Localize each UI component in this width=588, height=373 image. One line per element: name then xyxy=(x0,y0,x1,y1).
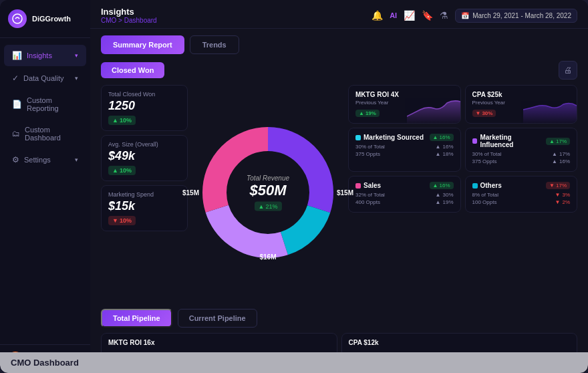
donut-chart-area: Total Revenue $50M ▲ 21% $15M $15M $16M xyxy=(194,85,341,299)
stat-avg-size: Avg. Size (Overall) $49k ▲ 10% xyxy=(101,135,188,181)
right-panels: MKTG ROI 4X Previous Year ▲ 19% xyxy=(348,85,577,299)
footer-label: CMO Dashboard xyxy=(0,352,588,373)
seg-row-0-1: 375 Oppts ▲ 18% xyxy=(355,151,454,157)
chevron-icon-3: ▾ xyxy=(75,156,78,163)
main-content: Insights CMO > Dashboard 🔔 AI 📈 🔖 ⚗ 📅 Ma… xyxy=(90,0,588,373)
stat-value-2: $15k xyxy=(108,199,180,213)
sidebar-item-custom-dashboard-label: Custom Dashboard xyxy=(25,126,78,142)
logo-area: DiGGrowth xyxy=(0,0,90,38)
bottom-tabs: Total Pipeline Current Pipeline xyxy=(101,305,577,328)
dashboard-grid: Total Closed Won 1250 ▲ 10% Avg. Size (O… xyxy=(101,85,577,299)
stat-label-1: Avg. Size (Overall) xyxy=(108,141,180,148)
sidebar-item-custom-reporting-label: Custom Reporting xyxy=(27,96,78,112)
bookmark-icon[interactable]: 🔖 xyxy=(422,10,433,21)
seg-card-marketing-influenced: Marketing Influenced ▲ 17% 30% of Total … xyxy=(465,128,578,172)
stat-badge-2: ▼ 10% xyxy=(108,216,136,225)
stat-value-0: 1250 xyxy=(108,99,180,113)
filter-icon[interactable]: ⚗ xyxy=(440,10,448,21)
seg-dot-1 xyxy=(472,138,478,144)
metric-badge-0: ▲ 19% xyxy=(355,110,380,117)
svg-point-0 xyxy=(13,14,22,23)
seg-pct-2: ▲ 16% xyxy=(430,182,454,189)
notification-icon[interactable]: 🔔 xyxy=(372,10,383,21)
metric-cpa: CPA $25k Previous Year ▼ 30% xyxy=(465,85,578,124)
right-top-metrics: MKTG ROI 4X Previous Year ▲ 19% xyxy=(348,85,577,124)
seg-pct-3: ▼ 17% xyxy=(546,182,570,189)
stat-label-2: Marketing Spend xyxy=(108,191,180,198)
page-title: Insights xyxy=(101,7,157,17)
calendar-icon: 📅 xyxy=(461,12,469,19)
seg-title-3: Others xyxy=(480,182,502,189)
seg-row-1-1: 375 Oppts ▲ 16% xyxy=(472,158,571,164)
date-range-text: March 29, 2021 - March 28, 2022 xyxy=(472,12,571,19)
logo-text: DiGGrowth xyxy=(32,15,71,23)
tab-total-pipeline[interactable]: Total Pipeline xyxy=(101,309,172,328)
tab-summary-report[interactable]: Summary Report xyxy=(101,35,184,54)
seg-label-right: $15M xyxy=(337,189,353,196)
chevron-icon: ▾ xyxy=(75,52,78,59)
breadcrumb: CMO > Dashboard xyxy=(101,17,157,24)
seg-header-0: Marketing Sourced ▲ 16% xyxy=(355,134,454,141)
sidebar-item-data-quality[interactable]: ✓ Data Quality ▾ xyxy=(4,68,86,89)
sidebar-item-custom-reporting[interactable]: 📄 Custom Reporting xyxy=(4,90,86,118)
donut-center: Total Revenue $50M ▲ 21% xyxy=(247,174,289,211)
seg-card-sales: Sales ▲ 16% 32% of Total ▲ 30% 400 Oppts… xyxy=(348,176,461,213)
preview-title-1: CPA $12k xyxy=(349,339,571,346)
seg-row-3-0: 8% of Total ▼ 3% xyxy=(472,192,571,198)
sidebar: DiGGrowth 📊 Insights ▾ ✓ Data Quality ▾ … xyxy=(0,0,90,373)
insights-icon: 📊 xyxy=(12,51,22,60)
custom-reporting-icon: 📄 xyxy=(12,100,22,109)
chart-icon[interactable]: 📈 xyxy=(404,10,415,21)
seg-pct-0: ▲ 16% xyxy=(430,134,454,141)
donut-badge: ▲ 21% xyxy=(255,201,282,211)
segment-cards: Marketing Sourced ▲ 16% 30% of Total ▲ 1… xyxy=(348,128,577,213)
tab-current-pipeline[interactable]: Current Pipeline xyxy=(178,309,257,328)
seg-row-2-1: 400 Oppts ▲ 19% xyxy=(355,199,454,205)
sidebar-item-data-quality-label: Data Quality xyxy=(23,74,64,82)
header-right: 🔔 AI 📈 🔖 ⚗ 📅 March 29, 2021 - March 28, … xyxy=(372,9,577,23)
chevron-icon-2: ▾ xyxy=(75,75,78,82)
sidebar-item-insights[interactable]: 📊 Insights ▾ xyxy=(4,45,86,66)
metric-mktg-roi: MKTG ROI 4X Previous Year ▲ 19% xyxy=(348,85,461,124)
sidebar-item-custom-dashboard[interactable]: 🗂 Custom Dashboard xyxy=(4,120,86,148)
stat-badge-0: ▲ 10% xyxy=(108,116,136,125)
date-range[interactable]: 📅 March 29, 2021 - March 28, 2022 xyxy=(455,9,577,23)
donut-container: Total Revenue $50M ▲ 21% $15M $15M $16M xyxy=(194,119,341,266)
header: Insights CMO > Dashboard 🔔 AI 📈 🔖 ⚗ 📅 Ma… xyxy=(90,0,588,29)
section-header: Closed Won 🖨 xyxy=(101,61,577,80)
seg-row-1-0: 30% of Total ▲ 17% xyxy=(472,151,571,157)
sparkline-mktg-roi xyxy=(407,96,460,123)
preview-title-0: MKTG ROI 16x xyxy=(108,339,330,346)
seg-title-0: Marketing Sourced xyxy=(363,134,424,141)
sidebar-item-settings[interactable]: ⚙ Settings ▾ xyxy=(4,149,86,170)
seg-card-marketing-sourced: Marketing Sourced ▲ 16% 30% of Total ▲ 1… xyxy=(348,128,461,172)
ai-icon[interactable]: AI xyxy=(390,11,397,19)
sidebar-nav: 📊 Insights ▾ ✓ Data Quality ▾ 📄 Custom R… xyxy=(0,38,90,344)
seg-header-3: Others ▼ 17% xyxy=(472,182,571,189)
content-area: Closed Won 🖨 Total Closed Won 1250 ▲ 10%… xyxy=(90,54,588,373)
stat-badge-1: ▲ 10% xyxy=(108,166,136,175)
stat-total-closed-won: Total Closed Won 1250 ▲ 10% xyxy=(101,85,188,131)
logo-icon xyxy=(8,9,27,28)
seg-pct-1: ▲ 17% xyxy=(546,138,570,145)
settings-icon: ⚙ xyxy=(12,155,19,164)
sidebar-item-insights-label: Insights xyxy=(27,51,52,59)
stat-value-1: $49k xyxy=(108,149,180,163)
seg-label-left: $15M xyxy=(182,189,199,196)
print-button[interactable]: 🖨 xyxy=(559,61,577,80)
left-stats: Total Closed Won 1250 ▲ 10% Avg. Size (O… xyxy=(101,85,188,299)
seg-dot-2 xyxy=(355,183,361,189)
tab-trends[interactable]: Trends xyxy=(190,35,239,54)
section-title: Closed Won xyxy=(101,62,164,78)
seg-header-2: Sales ▲ 16% xyxy=(355,182,454,189)
donut-label: Total Revenue xyxy=(247,174,289,181)
seg-title-2: Sales xyxy=(363,182,381,189)
sidebar-item-settings-label: Settings xyxy=(24,156,51,164)
header-left: Insights CMO > Dashboard xyxy=(101,7,157,24)
seg-title-1: Marketing Influenced xyxy=(480,134,546,148)
sparkline-cpa xyxy=(523,96,577,123)
stat-label-0: Total Closed Won xyxy=(108,91,180,98)
seg-card-others: Others ▼ 17% 8% of Total ▼ 3% 100 Oppts … xyxy=(465,176,578,213)
seg-dot-3 xyxy=(472,183,478,189)
seg-header-1: Marketing Influenced ▲ 17% xyxy=(472,134,571,148)
